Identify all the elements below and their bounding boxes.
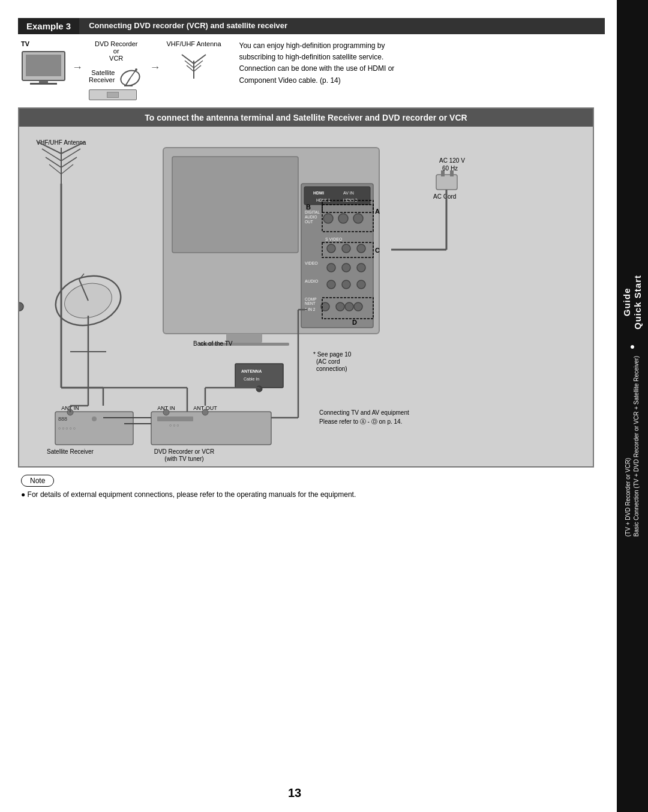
example3-header: Example 3 Connecting DVD recorder (VCR) …	[18, 18, 605, 34]
svg-point-110	[163, 409, 169, 415]
antenna-icon-small	[179, 49, 209, 82]
svg-point-42	[353, 214, 363, 223]
note-badge: Note	[21, 475, 54, 487]
example3-description: You can enjoy high-definition programmin…	[227, 40, 407, 86]
example3-badge: Example 3	[18, 18, 79, 34]
right-sidebar: Quick StartGuide ● Basic Connection (TV …	[617, 0, 648, 812]
svg-point-50	[357, 244, 365, 253]
svg-text:A: A	[375, 208, 380, 215]
satellite-label: SatelliteReceiver	[89, 69, 115, 83]
svg-text:Cable In: Cable In	[244, 377, 259, 381]
svg-line-23	[61, 157, 77, 167]
svg-text:Connecting TV and AV equipment: Connecting TV and AV equipment	[319, 409, 409, 416]
svg-text:○ ○ ○: ○ ○ ○	[169, 423, 179, 427]
svg-text:(with TV tuner): (with TV tuner)	[164, 456, 203, 462]
svg-rect-32	[304, 187, 370, 205]
svg-line-15	[194, 65, 201, 71]
svg-text:AC Cord: AC Cord	[433, 193, 456, 200]
svg-text:connection): connection)	[316, 365, 347, 372]
sidebar-description: Basic Connection (TV + DVD Recorder or V…	[622, 356, 643, 537]
arrow1: →	[72, 61, 83, 74]
tv-label: TV	[21, 40, 29, 47]
svg-line-10	[182, 55, 194, 64]
svg-text:S VIDEO: S VIDEO	[325, 237, 343, 241]
main-content: Example 3 Connecting DVD recorder (VCR) …	[0, 0, 617, 812]
dvd-label: DVD RecorderorVCR	[95, 40, 138, 62]
svg-text:DVD Recorder or VCR: DVD Recorder or VCR	[154, 448, 215, 455]
svg-point-99	[92, 417, 97, 421]
svg-point-59	[342, 280, 350, 289]
diagram-svg: VHF/UHF Antenna Back of the	[19, 130, 594, 468]
dvd-box-small	[89, 89, 137, 100]
svg-rect-78	[441, 170, 445, 176]
example3-title: Connecting DVD recorder (VCR) and satell…	[79, 18, 605, 34]
svg-text:NENT: NENT	[305, 301, 316, 305]
svg-text:AC 120 V: AC 120 V	[439, 157, 465, 164]
svg-line-21	[61, 149, 80, 161]
svg-text:888: 888	[58, 416, 67, 422]
tv-icon	[21, 49, 66, 85]
main-connection-diagram: To connect the antenna terminal and Sate…	[18, 107, 594, 468]
svg-text:HDMI: HDMI	[313, 191, 324, 195]
svg-rect-1	[26, 55, 61, 76]
example3-dvd-sat-group: DVD RecorderorVCR SatelliteReceiver	[89, 40, 143, 100]
svg-text:VIDEO: VIDEO	[305, 261, 318, 265]
sidebar-bullet: ●	[630, 341, 635, 351]
svg-point-8	[135, 68, 137, 71]
diagram-title: To connect the antenna terminal and Sate…	[19, 109, 593, 127]
svg-point-49	[342, 244, 350, 253]
svg-point-66	[336, 302, 344, 311]
svg-text:DIGITAL: DIGITAL	[305, 210, 320, 214]
svg-point-54	[327, 263, 335, 272]
note-text: ● For details of external equipment conn…	[21, 490, 605, 499]
svg-text:COMP: COMP	[305, 297, 317, 301]
svg-line-12	[185, 61, 194, 68]
svg-point-112	[202, 409, 208, 415]
svg-point-48	[327, 244, 335, 253]
svg-text:OUT: OUT	[305, 220, 313, 224]
svg-text:Back of the TV: Back of the TV	[193, 340, 233, 347]
svg-line-13	[194, 61, 203, 68]
svg-text:* See page 10: * See page 10	[313, 351, 352, 358]
svg-text:AUDIO: AUDIO	[305, 215, 317, 219]
svg-text:B: B	[306, 203, 311, 211]
svg-rect-105	[157, 417, 193, 421]
svg-line-5	[125, 78, 130, 86]
arrow2: →	[149, 61, 160, 74]
svg-text:Please refer to Ⓐ - Ⓓ on p. 14: Please refer to Ⓐ - Ⓓ on p. 14.	[319, 418, 402, 425]
svg-text:(AC cord: (AC cord	[316, 358, 340, 365]
svg-line-22	[46, 157, 61, 167]
svg-point-60	[357, 280, 365, 289]
quick-start-title: Quick StartGuide	[622, 275, 643, 329]
svg-point-40	[323, 214, 333, 223]
svg-point-56	[357, 263, 365, 272]
svg-line-14	[187, 65, 194, 71]
svg-point-58	[327, 280, 335, 289]
svg-rect-3	[30, 83, 57, 85]
svg-rect-27	[172, 157, 298, 253]
svg-text:C: C	[375, 247, 380, 254]
svg-rect-71	[235, 364, 283, 388]
example3-section: Example 3 Connecting DVD recorder (VCR) …	[18, 18, 605, 100]
satellite-dish-small	[119, 65, 143, 88]
svg-text:○ ○ ○ ○ ○: ○ ○ ○ ○ ○	[58, 426, 76, 430]
svg-point-41	[338, 214, 348, 223]
svg-line-20	[42, 149, 61, 161]
svg-text:Satellite Receiver: Satellite Receiver	[47, 448, 94, 455]
svg-line-11	[194, 55, 206, 64]
svg-text:ANTENNA: ANTENNA	[241, 369, 262, 373]
example3-diagram-row: TV → DVD RecorderorVCR	[18, 40, 605, 100]
svg-point-55	[342, 263, 350, 272]
svg-text:AUDIO: AUDIO	[305, 279, 319, 283]
svg-rect-79	[450, 170, 454, 176]
svg-point-67	[345, 302, 353, 311]
example3-antenna-group: VHF/UHF Antenna	[166, 40, 221, 82]
svg-text:AV IN: AV IN	[343, 191, 354, 195]
svg-point-68	[354, 302, 362, 311]
svg-point-65	[19, 302, 23, 311]
example3-tv-group: TV	[21, 40, 66, 85]
antenna-label-small: VHF/UHF Antenna	[166, 40, 221, 47]
note-section: Note ● For details of external equipment…	[18, 475, 605, 499]
svg-text:D: D	[352, 319, 357, 326]
svg-rect-77	[436, 175, 457, 190]
